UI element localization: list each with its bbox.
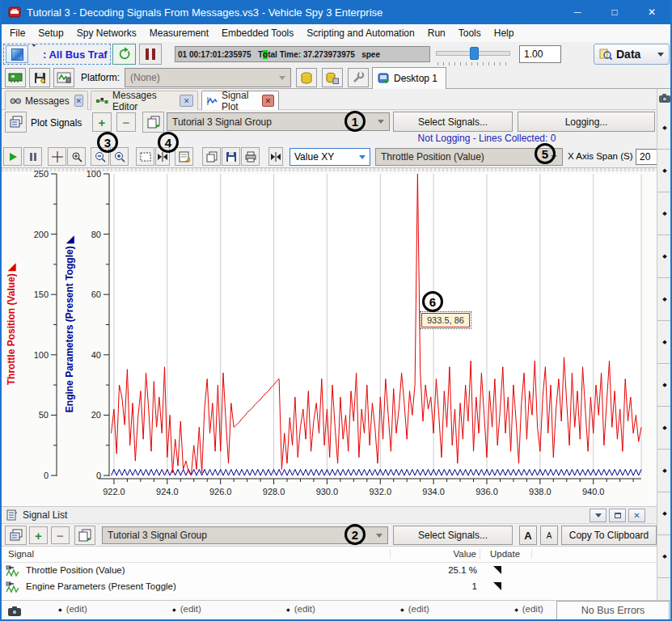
tab-messages-close-icon[interactable]: ✕ <box>74 95 83 107</box>
font-decrease-button[interactable]: A <box>540 526 558 545</box>
status-edit-item[interactable]: ◆(edit) <box>58 604 87 614</box>
copy-group-button[interactable] <box>142 112 164 133</box>
hardware-setup-button[interactable] <box>5 68 26 87</box>
save-plot-button[interactable] <box>222 147 240 166</box>
logging-button[interactable]: Logging... <box>518 112 655 132</box>
platform-select[interactable]: (None) <box>125 68 291 87</box>
panel-menu-button[interactable] <box>590 509 606 522</box>
maximize-button[interactable]: □ <box>596 0 633 24</box>
tab-messages[interactable]: Messages ✕ <box>5 91 88 110</box>
column-signal[interactable]: Signal <box>8 549 34 559</box>
add-signal-button[interactable]: + <box>29 526 48 544</box>
desktop-tab-label: Desktop 1 <box>394 73 437 84</box>
menu-setup[interactable]: Setup <box>32 25 70 41</box>
signal-plot-chart[interactable]: 050100150200250020406080100922.0924.0926… <box>2 168 658 506</box>
status-edit-item[interactable]: ◆(edit) <box>286 604 315 614</box>
signal-row[interactable]: Throttle Position (Value)25.1 % <box>2 563 657 579</box>
dock-cell[interactable]: ◆ <box>657 278 672 321</box>
menu-measurement[interactable]: Measurement <box>143 25 215 41</box>
dock-cell[interactable]: ◆ <box>657 150 672 192</box>
plot-properties-button[interactable] <box>175 147 193 166</box>
edit-bullet-icon: ◆ <box>58 606 62 612</box>
zoom-box-button[interactable] <box>136 147 154 166</box>
tools-button[interactable] <box>348 68 369 87</box>
remove-plot-button[interactable]: − <box>116 112 136 132</box>
dock-cell[interactable]: ◆ <box>657 235 672 278</box>
status-edit-item[interactable]: ◆(edit) <box>514 604 543 614</box>
menu-help[interactable]: Help <box>488 25 521 41</box>
panel-restore-button[interactable] <box>609 509 626 522</box>
tab-signal-plot[interactable]: Signal Plot ✕ <box>201 91 279 110</box>
dock-cell[interactable]: ◆ <box>657 407 672 450</box>
svg-text:938.0: 938.0 <box>529 487 552 496</box>
tab-messages-editor-label: Messages Editor <box>112 90 175 112</box>
copy-list-group-button[interactable] <box>74 526 95 545</box>
minimize-button[interactable]: ─ <box>559 0 596 24</box>
plot-windows-button[interactable] <box>5 112 27 133</box>
bus-mode-label: : All Bus Traf <box>43 49 108 61</box>
copy-plot-button[interactable] <box>202 147 221 166</box>
playback-speed-slider[interactable] <box>436 45 510 63</box>
dock-cell[interactable]: ◆ <box>657 450 672 492</box>
total-time-text: tal Time: 37.273973975 spee <box>268 50 380 59</box>
list-select-signals-button[interactable]: Select Signals... <box>393 526 513 545</box>
slider-thumb[interactable] <box>470 47 479 60</box>
column-value[interactable]: Value <box>390 549 480 559</box>
panel-close-icon[interactable]: ✕ <box>628 509 645 522</box>
dock-cell[interactable]: ◆ <box>657 364 672 407</box>
menu-tools[interactable]: Tools <box>452 25 488 41</box>
collapse-x-button[interactable] <box>268 147 283 166</box>
playback-speed-input[interactable] <box>519 45 561 63</box>
dock-marker-icon: ◆ <box>662 167 666 174</box>
dock-marker-icon: ◆ <box>662 210 666 217</box>
copy-to-clipboard-button[interactable]: Copy To Clipboard <box>561 526 657 545</box>
desktop-tab[interactable]: Desktop 1 <box>372 67 446 89</box>
tab-messages-editor-close-icon[interactable]: ✕ <box>180 95 193 107</box>
database-button[interactable] <box>296 68 317 87</box>
menu-file[interactable]: File <box>3 25 32 41</box>
status-camera-icon[interactable] <box>8 605 21 619</box>
svg-text:924.0: 924.0 <box>156 487 179 496</box>
close-button[interactable]: ✕ <box>633 0 670 24</box>
menu-spy-networks[interactable]: Spy Networks <box>70 25 143 41</box>
bus-mode-dropdown[interactable] <box>28 47 40 61</box>
menu-scripting-and-automation[interactable]: Scripting and Automation <box>300 25 421 41</box>
dock-cell[interactable]: ◆ <box>657 192 672 235</box>
data-button[interactable]: Data <box>594 44 670 65</box>
signal-row[interactable]: Engine Parameters (Present Toggle)1 <box>2 579 657 595</box>
bus-mode-button[interactable] <box>6 45 28 63</box>
database-save-button[interactable] <box>322 68 343 87</box>
dock-cell[interactable]: ◆ <box>657 492 672 535</box>
messages-editor-icon <box>95 97 108 105</box>
select-signals-button[interactable]: Select Signals... <box>393 112 513 132</box>
list-windows-button[interactable] <box>5 526 27 545</box>
status-edit-item[interactable]: ◆(edit) <box>172 604 201 614</box>
tab-signal-plot-close-icon[interactable]: ✕ <box>262 95 274 107</box>
plot-mode-select[interactable]: Value XY <box>290 148 370 166</box>
pan-cursor-button[interactable] <box>48 147 66 166</box>
edit-bullet-icon: ◆ <box>286 606 290 612</box>
font-increase-button[interactable]: A <box>519 526 537 545</box>
logger-setup-button[interactable] <box>53 68 74 87</box>
add-plot-button[interactable]: + <box>92 112 112 132</box>
zoom-cursor-button[interactable] <box>67 147 86 166</box>
dock-cell[interactable]: ◆ <box>657 535 672 578</box>
menu-embedded-tools[interactable]: Embedded Tools <box>215 25 300 41</box>
print-plot-button[interactable] <box>241 147 260 166</box>
tab-messages-editor[interactable]: Messages Editor ✕ <box>91 91 198 110</box>
column-update[interactable]: Update <box>490 549 532 559</box>
plot-mode-value: Value XY <box>294 151 334 163</box>
refresh-button[interactable] <box>112 44 136 65</box>
play-plot-button[interactable] <box>3 147 22 166</box>
capture-camera-icon[interactable] <box>657 89 672 107</box>
data-dropdown-icon[interactable] <box>657 53 664 57</box>
pause-plot-button[interactable] <box>23 147 42 166</box>
save-setup-button[interactable] <box>29 68 50 87</box>
menu-run[interactable]: Run <box>421 25 452 41</box>
status-edit-item[interactable]: ◆(edit) <box>400 604 429 614</box>
pause-button[interactable] <box>139 44 162 65</box>
edit-bullet-icon: ◆ <box>172 606 176 612</box>
remove-signal-button[interactable]: − <box>51 526 70 544</box>
dock-cell[interactable]: ◆ <box>657 107 672 150</box>
dock-cell[interactable]: ◆ <box>657 321 672 364</box>
